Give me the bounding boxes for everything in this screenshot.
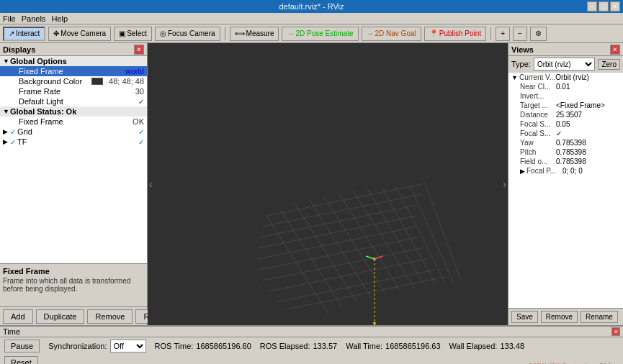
duplicate-button[interactable]: Duplicate <box>36 309 85 324</box>
expand-icon: ▼ <box>3 108 10 115</box>
sync-label: Synchronization: <box>48 342 107 350</box>
views-save-row: Save Remove Rename <box>508 308 623 325</box>
tool-2d-pose[interactable]: → 2D Pose Estimate <box>282 27 358 41</box>
views-prop-target: Target ... <Fixed Frame> <box>508 101 623 110</box>
tool-extra-2[interactable]: − <box>513 27 527 41</box>
fps-area: CSDN @Hello xiao lei 31 fps <box>528 360 617 364</box>
pause-button[interactable]: Pause <box>4 340 40 352</box>
ros-time-value: 1685865196.60 <box>196 342 251 350</box>
tool-extra-3[interactable]: ⚙ <box>530 27 547 41</box>
remove-button[interactable]: Remove <box>87 309 133 324</box>
tool-move-camera[interactable]: ✥ Move Camera <box>48 27 111 41</box>
displays-title: Displays <box>3 45 35 54</box>
time-content: Pause Synchronization: Off ROS Time: 168… <box>0 337 623 355</box>
item-label: Default Light <box>19 97 135 106</box>
info-text: Frame into which all data is transformed… <box>3 277 144 293</box>
group-label: Global Status: Ok <box>10 107 144 116</box>
group-global-status[interactable]: ▼ Global Status: Ok <box>0 106 147 117</box>
separator-2 <box>490 27 491 40</box>
ros-elapsed-value: 133.57 <box>313 342 338 350</box>
views-prop-focal-s2: Focal S... ✓ <box>508 129 623 138</box>
displays-close[interactable]: ✕ <box>134 45 144 55</box>
views-type-row: Type: Orbit (rviz) Zero <box>508 56 623 73</box>
info-section: Fixed Frame Frame into which all data is… <box>0 263 147 306</box>
item-value: ✓ <box>138 98 144 106</box>
item-fixed-frame-status[interactable]: Fixed Frame OK <box>0 117 147 127</box>
item-default-light[interactable]: Default Light ✓ <box>0 96 147 106</box>
wall-time-item: Wall Time: 1685865196.63 <box>346 342 440 350</box>
views-prop-invert: Invert... <box>508 91 623 101</box>
type-select[interactable]: Orbit (rviz) <box>534 58 596 70</box>
tool-2d-nav[interactable]: → 2D Nav Goal <box>362 27 421 41</box>
tool-publish-point[interactable]: 📍 Publish Point <box>424 27 486 41</box>
group-label: TF <box>17 137 135 146</box>
item-label: Frame Rate <box>19 87 133 96</box>
reset-row: Reset CSDN @Hello xiao lei 31 fps <box>0 355 623 364</box>
displays-header: Displays ✕ <box>0 43 147 56</box>
zero-button[interactable]: Zero <box>598 59 620 70</box>
tool-interact[interactable]: ↗ Interact <box>3 27 45 41</box>
grid-visualization <box>148 43 508 325</box>
nav-arrow-right[interactable]: › <box>503 178 506 190</box>
group-tf[interactable]: ▶ ✓ TF ✓ <box>0 137 147 147</box>
item-value: world <box>125 67 144 76</box>
sync-item: Synchronization: Off <box>48 340 145 352</box>
time-close[interactable]: ✕ <box>611 327 620 336</box>
menu-help[interactable]: Help <box>51 14 68 23</box>
wall-time-label: Wall Time: <box>346 342 382 350</box>
item-value: ✓ <box>138 138 144 146</box>
item-label: Fixed Frame <box>19 67 122 76</box>
wall-elapsed-value: 133.48 <box>500 342 524 350</box>
group-grid[interactable]: ▶ ✓ Grid ✓ <box>0 127 147 137</box>
item-background-color[interactable]: Background Color 48; 48; 48 <box>0 76 147 86</box>
item-fixed-frame[interactable]: Fixed Frame world <box>0 66 147 76</box>
views-prop-yaw: Yaw 0.785398 <box>508 138 623 147</box>
tool-measure[interactable]: ⟺ Measure <box>230 27 279 41</box>
current-view-type: Orbit (rviz) <box>555 73 589 81</box>
tool-focus-camera[interactable]: ◎ Focus Camera <box>155 27 220 41</box>
info-title: Fixed Frame <box>3 267 144 276</box>
item-value: 30 <box>135 87 144 96</box>
views-remove-button[interactable]: Remove <box>541 311 578 323</box>
left-panel: Displays ✕ ▼ Global Options Fixed Frame … <box>0 43 148 325</box>
group-global-options[interactable]: ▼ Global Options <box>0 56 147 66</box>
views-save-button[interactable]: Save <box>511 311 538 323</box>
separator-1 <box>225 27 225 40</box>
views-tree: ▼ Current V... Orbit (rviz) Near Cl... 0… <box>508 73 623 308</box>
views-close[interactable]: ✕ <box>610 45 620 55</box>
close-button[interactable]: ✕ <box>610 1 620 12</box>
ros-elapsed-label: ROS Elapsed: <box>260 342 310 350</box>
expand-icon: ▼ <box>3 58 10 65</box>
displays-buttons: Add Duplicate Remove Rename <box>0 306 147 325</box>
add-button[interactable]: Add <box>3 309 33 324</box>
views-prop-pitch: Pitch 0.785398 <box>508 147 623 157</box>
time-header: Time ✕ <box>0 327 623 337</box>
title-bar: default.rviz* - RViz ─ □ ✕ <box>0 0 623 13</box>
item-frame-rate[interactable]: Frame Rate 30 <box>0 86 147 96</box>
views-prop-near-clip: Near Cl... 0.01 <box>508 82 623 91</box>
ros-time-label: ROS Time: <box>155 342 194 350</box>
item-label: Background Color <box>19 77 91 86</box>
wall-elapsed-item: Wall Elapsed: 133.48 <box>449 342 525 350</box>
item-value: 48; 48; 48 <box>109 77 144 86</box>
main-content: Displays ✕ ▼ Global Options Fixed Frame … <box>0 43 623 325</box>
maximize-button[interactable]: □ <box>599 1 609 12</box>
reset-button[interactable]: Reset <box>4 356 38 364</box>
sync-select[interactable]: Off <box>110 340 146 352</box>
views-header: Views ✕ <box>508 43 623 56</box>
views-current-label: ▼ Current V... Orbit (rviz) <box>508 73 623 82</box>
views-prop-fov: Field o... 0.785398 <box>508 157 623 166</box>
nav-arrow-left[interactable]: ‹ <box>149 178 153 190</box>
menu-file[interactable]: File <box>3 14 16 23</box>
minimize-button[interactable]: ─ <box>587 1 597 12</box>
tool-extra-1[interactable]: + <box>496 27 510 41</box>
tool-select[interactable]: ▣ Select <box>114 27 152 41</box>
views-rename-button[interactable]: Rename <box>581 311 618 323</box>
wall-elapsed-label: Wall Elapsed: <box>449 342 498 350</box>
ros-elapsed-item: ROS Elapsed: 133.57 <box>260 342 337 350</box>
menu-panels[interactable]: Panels <box>22 14 46 23</box>
viewport-3d[interactable]: ‹ › <box>148 43 508 325</box>
views-prop-distance: Distance 25.3507 <box>508 110 623 119</box>
svg-rect-0 <box>151 43 504 325</box>
type-label: Type: <box>511 60 531 68</box>
